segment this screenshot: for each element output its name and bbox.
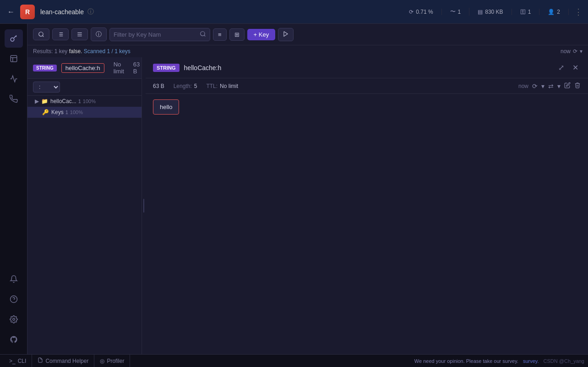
add-key-button[interactable]: + Key: [247, 29, 276, 40]
connection-name: lean-cacheable: [40, 8, 84, 16]
app-logo: R: [20, 5, 35, 19]
info-icon-btn[interactable]: ⓘ: [91, 27, 107, 41]
expand-button[interactable]: ⤢: [556, 62, 566, 73]
key-table-name: helloCache:h: [61, 63, 104, 73]
value-cell: hello: [153, 99, 179, 115]
filter-select[interactable]: : *: [33, 82, 60, 93]
tab-command-helper[interactable]: Command Helper: [32, 355, 94, 367]
header-more-icon[interactable]: ⋮: [574, 7, 583, 17]
results-bar: Results: 1 key false. Scanned 1 / 1 keys…: [27, 45, 588, 57]
stat-clients: 〜 1: [442, 8, 470, 16]
close-button[interactable]: ✕: [570, 62, 581, 73]
main-layout: ⓘ ≡ ⊞ + Key Results: 1 key: [0, 24, 588, 354]
stat-memory: ▤ 830 KB: [469, 9, 512, 15]
tree-item-name: helloCac...: [50, 98, 76, 104]
settings-icon-btn[interactable]: [71, 28, 88, 40]
meta-history-dropdown-button[interactable]: ▾: [557, 82, 561, 90]
back-button[interactable]: ←: [5, 6, 16, 18]
filter-type-btn[interactable]: [33, 28, 49, 40]
meta-length: Length: 5: [174, 83, 197, 89]
results-scanned: Scanned 1 / 1 keys: [84, 48, 131, 55]
list-view-btn[interactable]: ≡: [213, 28, 227, 41]
memory-icon: ▤: [478, 9, 483, 15]
search-input[interactable]: [110, 29, 196, 40]
users-value: 2: [557, 9, 560, 15]
header-left: ← R lean-cacheable ⓘ: [5, 5, 94, 19]
filter-bar: : *: [27, 79, 142, 96]
tab-profiler[interactable]: ◎ Profiler: [94, 355, 130, 367]
survey-link[interactable]: survey.: [523, 358, 539, 364]
sidebar-item-analytics[interactable]: [5, 70, 23, 88]
length-value: 5: [194, 83, 197, 89]
results-text: Results: 1 key false. Scanned 1 / 1 keys: [33, 48, 131, 55]
cpu-value: 0.71 %: [416, 9, 433, 15]
meta-edit-button[interactable]: [564, 82, 571, 90]
users-icon: 👤: [548, 9, 555, 15]
profiler-icon: ◎: [100, 358, 104, 364]
meta-history-button[interactable]: ⇄: [548, 82, 554, 90]
key-detail-panel: STRING helloCache:h ⤢ ✕ 63 B Length: 5: [146, 57, 588, 354]
meta-ttl: TTL: No limit: [206, 83, 238, 89]
size-value: 63 B: [153, 83, 164, 89]
key-detail-meta: 63 B Length: 5 TTL: No limit now ⟳ ▾ ⇄: [146, 78, 588, 94]
grid-view-btn[interactable]: ⊞: [229, 28, 245, 41]
svg-point-0: [11, 38, 14, 42]
stat-keys: ⚿ 1: [512, 9, 540, 15]
detail-actions: ⤢ ✕: [556, 62, 581, 73]
meta-actions: now ⟳ ▾ ⇄ ▾: [518, 82, 581, 90]
tree-child-percent: 100%: [70, 110, 83, 115]
connection-info-icon[interactable]: ⓘ: [87, 8, 94, 16]
tree-parent-item[interactable]: ▶ 📁 helloCac... 1 100%: [27, 96, 142, 107]
sidebar-item-bell[interactable]: [5, 270, 23, 288]
results-false: false.: [69, 48, 82, 55]
meta-refresh-button[interactable]: ⟳: [532, 82, 538, 90]
key-table-ttl: No limit: [114, 61, 124, 75]
sidebar-item-pubsub[interactable]: [5, 90, 23, 108]
keys-value: 1: [528, 9, 531, 15]
meta-delete-button[interactable]: [574, 82, 581, 90]
sidebar-item-settings[interactable]: [5, 310, 23, 329]
search-button[interactable]: [196, 28, 210, 41]
search-container: [109, 28, 210, 41]
refresh-area[interactable]: now ⟳ ▾: [561, 48, 583, 55]
sidebar: [0, 24, 27, 354]
sidebar-item-keys[interactable]: [5, 29, 23, 48]
key-table-row: STRING helloCache:h No limit 63 B: [27, 57, 142, 79]
svg-line-16: [204, 35, 206, 36]
sidebar-item-browser[interactable]: [5, 49, 23, 68]
header: ← R lean-cacheable ⓘ ⟳ 0.71 % 〜 1 ▤ 830 …: [0, 0, 588, 24]
key-table-size: 63 B: [133, 61, 140, 75]
memory-value: 830 KB: [485, 9, 503, 15]
results-count: Results: 1 key: [33, 48, 67, 55]
key-toolbar: ⓘ ≡ ⊞ + Key: [27, 24, 588, 45]
split-content: STRING helloCache:h No limit 63 B : *: [27, 57, 588, 354]
dropdown-icon[interactable]: ▾: [580, 48, 583, 55]
meta-dropdown-button[interactable]: ▾: [541, 82, 544, 90]
panel-splitter[interactable]: [142, 57, 146, 354]
cli-button[interactable]: [278, 28, 294, 41]
sidebar-item-help[interactable]: [5, 290, 23, 308]
tree-child-item[interactable]: 🔑 Keys 1 100%: [27, 107, 142, 118]
watermark: CSDN @Ch_yang: [544, 358, 584, 364]
tab-cli[interactable]: >_ CLI: [4, 355, 32, 367]
refresh-icon[interactable]: ⟳: [573, 48, 577, 55]
tree-child-name: Keys: [51, 109, 64, 115]
header-stats: ⟳ 0.71 % 〜 1 ▤ 830 KB ⚿ 1 👤 2 ⋮: [401, 7, 583, 17]
clients-value: 1: [458, 9, 461, 15]
cli-tab-icon: >_: [9, 358, 16, 364]
cpu-icon: ⟳: [409, 9, 414, 15]
detail-type-badge: STRING: [153, 64, 180, 72]
splitter-handle: [143, 199, 144, 213]
filter-group-btn[interactable]: [52, 28, 69, 40]
svg-rect-1: [11, 55, 17, 62]
key-detail-header: STRING helloCache:h ⤢ ✕: [146, 57, 588, 78]
bottom-bar: >_ CLI Command Helper ◎ Profiler We need…: [0, 354, 588, 367]
sidebar-item-github[interactable]: [5, 330, 23, 349]
bottom-right: We need your opinion. Please take our su…: [414, 358, 584, 364]
meta-size: 63 B: [153, 83, 164, 89]
ttl-label: TTL:: [206, 83, 218, 89]
key-leaf-icon: 🔑: [42, 109, 49, 115]
stat-cpu: ⟳ 0.71 %: [401, 9, 441, 15]
folder-icon: 📁: [41, 98, 48, 104]
key-type-badge: STRING: [33, 65, 57, 71]
